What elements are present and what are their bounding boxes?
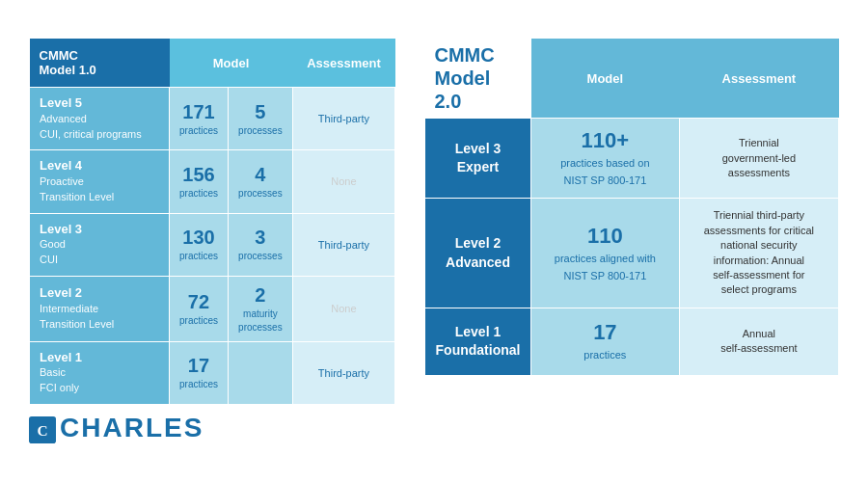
left-table: CMMCModel 1.0 Model Assessment Level 5Ad… bbox=[29, 39, 395, 442]
right-model-cell: 110+practices based onNIST SP 800-171 bbox=[531, 119, 680, 199]
right-assessment-cell: Triennialgovernment-ledassessments bbox=[679, 119, 838, 199]
right-table: CMMCModel 2.0 Model Assessment Level 3Ex… bbox=[424, 39, 839, 376]
right-model-header: Model bbox=[531, 39, 680, 119]
left-practices-cell: 72practices bbox=[170, 276, 229, 341]
left-level-cell: Level 4ProactiveTransition Level bbox=[30, 150, 170, 213]
left-assessment-header: Assessment bbox=[292, 39, 394, 88]
left-practices-cell: 171practices bbox=[170, 88, 229, 150]
svg-text:C: C bbox=[37, 421, 47, 438]
left-level-cell: Level 1BasicFCI only bbox=[30, 341, 170, 404]
left-title: CMMCModel 1.0 bbox=[30, 39, 170, 88]
left-practices-cell: 130practices bbox=[170, 213, 229, 276]
left-process-cell: 3processes bbox=[228, 213, 292, 276]
left-level-cell: Level 2IntermediateTransition Level bbox=[30, 276, 170, 341]
left-assessment-cell: Third-party bbox=[292, 341, 394, 404]
main-container: CMMCModel 1.0 Model Assessment Level 5Ad… bbox=[0, 19, 868, 462]
right-level-cell: Level 3Expert bbox=[425, 119, 531, 199]
charles-logo-icon: C bbox=[29, 416, 56, 443]
right-level-cell: Level 1Foundational bbox=[425, 308, 531, 375]
left-assessment-cell: None bbox=[292, 150, 394, 213]
left-assessment-cell: None bbox=[292, 276, 394, 341]
left-level-cell: Level 5AdvancedCUI, critical programs bbox=[30, 88, 170, 150]
logo-text: CHARLES bbox=[60, 413, 203, 443]
left-process-cell bbox=[228, 341, 292, 404]
right-assessment-header: Assessment bbox=[679, 39, 838, 119]
right-assessment-cell: Annualself-assessment bbox=[679, 308, 838, 375]
left-process-cell: 5processes bbox=[228, 88, 292, 150]
right-model-cell: 110practices aligned withNIST SP 800-171 bbox=[531, 199, 680, 308]
right-level-cell: Level 2Advanced bbox=[425, 199, 531, 308]
left-process-cell: 4processes bbox=[228, 150, 292, 213]
right-assessment-cell: Triennial third-partyassessments for cri… bbox=[679, 199, 838, 308]
left-practices-cell: 17practices bbox=[170, 341, 229, 404]
left-assessment-cell: Third-party bbox=[292, 213, 394, 276]
left-process-cell: 2maturityprocesses bbox=[228, 276, 292, 341]
right-model-cell: 17practices bbox=[531, 308, 680, 375]
left-level-cell: Level 3GoodCUI bbox=[30, 213, 170, 276]
left-assessment-cell: Third-party bbox=[292, 88, 394, 150]
logo-area: C CHARLES bbox=[29, 413, 395, 443]
left-model-header: Model bbox=[170, 39, 293, 88]
left-practices-cell: 156practices bbox=[170, 150, 229, 213]
right-title: CMMCModel 2.0 bbox=[425, 39, 531, 119]
